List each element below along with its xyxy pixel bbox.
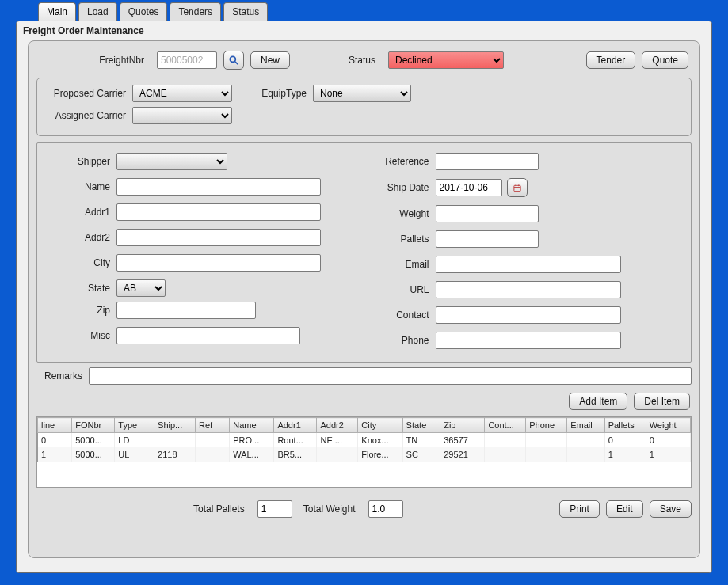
cell-type[interactable]: UL	[115, 447, 154, 462]
cell-ref[interactable]	[195, 447, 229, 462]
cell-addr2[interactable]	[317, 447, 358, 462]
cell-weight[interactable]: 0	[646, 433, 690, 448]
add-item-button[interactable]: Add Item	[569, 393, 627, 410]
ship-date-field[interactable]	[436, 179, 502, 196]
addr2-field[interactable]	[116, 229, 321, 246]
freight-nbr-label: FreightNbr	[40, 55, 151, 66]
col-type[interactable]: Type	[115, 418, 154, 433]
cell-addr1[interactable]: Rout...	[274, 433, 317, 448]
save-button[interactable]: Save	[650, 500, 692, 518]
cell-line[interactable]: 1	[38, 447, 72, 462]
page: Freight Order Maintenance FreightNbr New…	[16, 21, 712, 573]
cell-email[interactable]	[567, 433, 605, 448]
cell-addr1[interactable]: BR5...	[274, 447, 317, 462]
shipper-select[interactable]	[116, 153, 227, 170]
col-phone[interactable]: Phone	[526, 418, 567, 433]
cell-email[interactable]	[567, 447, 605, 462]
status-select[interactable]: Declined	[388, 51, 504, 69]
reference-field[interactable]	[436, 153, 539, 170]
equip-type-select[interactable]: None	[313, 85, 411, 102]
items-table[interactable]: line FONbr Type Ship... Ref Name Addr1 A…	[37, 417, 691, 462]
col-zip[interactable]: Zip	[440, 418, 485, 433]
col-city[interactable]: City	[358, 418, 402, 433]
zip-field[interactable]	[116, 302, 256, 319]
cell-pallets[interactable]: 0	[604, 433, 646, 448]
cell-state[interactable]: SC	[402, 447, 440, 462]
edit-button[interactable]: Edit	[606, 500, 643, 518]
email-field[interactable]	[436, 256, 621, 273]
search-icon	[228, 55, 239, 66]
cell-zip[interactable]: 29521	[440, 447, 485, 462]
name-field[interactable]	[116, 178, 321, 196]
search-button[interactable]	[223, 51, 244, 70]
addr1-label: Addr1	[44, 207, 116, 218]
tender-button[interactable]: Tender	[586, 51, 636, 69]
tab-main[interactable]: Main	[38, 2, 76, 21]
cell-addr2[interactable]: NE ...	[317, 433, 358, 448]
total-weight-field[interactable]	[368, 500, 403, 518]
col-weight[interactable]: Weight	[646, 418, 690, 433]
tab-status[interactable]: Status	[223, 2, 268, 21]
tab-quotes[interactable]: Quotes	[120, 2, 168, 21]
cell-ref[interactable]	[195, 433, 229, 448]
tab-bar: Main Load Quotes Tenders Status	[0, 0, 728, 21]
cell-city[interactable]: Knox...	[358, 433, 402, 448]
state-select[interactable]: AB	[116, 279, 166, 297]
cell-fonbr[interactable]: 5000...	[72, 433, 115, 448]
col-line[interactable]: line	[38, 418, 72, 433]
new-button[interactable]: New	[250, 51, 290, 69]
print-button[interactable]: Print	[559, 500, 600, 518]
col-addr2[interactable]: Addr2	[317, 418, 358, 433]
assigned-carrier-select[interactable]	[132, 107, 232, 124]
cell-phone[interactable]	[526, 447, 567, 462]
cell-pallets[interactable]: 1	[604, 447, 646, 462]
cell-ship[interactable]	[154, 433, 196, 448]
phone-field[interactable]	[436, 332, 621, 349]
proposed-carrier-select[interactable]: ACME	[132, 85, 232, 102]
addr2-label: Addr2	[44, 232, 116, 243]
phone-label: Phone	[375, 335, 436, 346]
cell-line[interactable]: 0	[38, 433, 72, 448]
weight-field[interactable]	[436, 205, 539, 222]
col-cont[interactable]: Cont...	[485, 418, 526, 433]
col-state[interactable]: State	[402, 418, 440, 433]
col-email[interactable]: Email	[567, 418, 605, 433]
city-field[interactable]	[116, 254, 321, 272]
pallets-field[interactable]	[436, 230, 539, 248]
cell-fonbr[interactable]: 5000...	[72, 447, 115, 462]
url-field[interactable]	[436, 281, 621, 298]
col-name[interactable]: Name	[230, 418, 274, 433]
quote-button[interactable]: Quote	[642, 51, 688, 69]
date-picker-button[interactable]	[507, 178, 528, 197]
cell-weight[interactable]: 1	[646, 447, 690, 462]
table-row[interactable]: 05000...LDPRO...Rout...NE ...Knox...TN36…	[38, 433, 691, 448]
cell-cont[interactable]	[485, 433, 526, 448]
col-pallets[interactable]: Pallets	[604, 418, 646, 433]
col-addr1[interactable]: Addr1	[274, 418, 317, 433]
cell-zip[interactable]: 36577	[440, 433, 485, 448]
cell-ship[interactable]: 2118	[154, 447, 196, 462]
misc-field[interactable]	[116, 327, 300, 344]
cell-phone[interactable]	[526, 433, 567, 448]
contact-field[interactable]	[436, 306, 621, 324]
tab-load[interactable]: Load	[78, 2, 117, 21]
cell-state[interactable]: TN	[402, 433, 440, 448]
cell-city[interactable]: Flore...	[358, 447, 402, 462]
details-box: Shipper Name Addr1 Addr2 City State AB Z…	[36, 142, 692, 363]
equip-type-label: EquipType	[256, 88, 313, 99]
tab-tenders[interactable]: Tenders	[170, 2, 221, 21]
total-pallets-field[interactable]	[257, 500, 292, 518]
cell-name[interactable]: WAL...	[230, 447, 274, 462]
table-row[interactable]: 15000...UL2118WAL...BR5...Flore...SC2952…	[38, 447, 691, 462]
misc-label: Misc	[44, 330, 116, 341]
col-ship[interactable]: Ship...	[154, 418, 196, 433]
col-ref[interactable]: Ref	[195, 418, 229, 433]
cell-type[interactable]: LD	[115, 433, 154, 448]
remarks-field[interactable]	[89, 367, 692, 385]
cell-cont[interactable]	[485, 447, 526, 462]
freight-nbr-field[interactable]	[157, 51, 217, 69]
col-fonbr[interactable]: FONbr	[72, 418, 115, 433]
addr1-field[interactable]	[116, 203, 321, 221]
cell-name[interactable]: PRO...	[230, 433, 274, 448]
del-item-button[interactable]: Del Item	[634, 393, 690, 410]
